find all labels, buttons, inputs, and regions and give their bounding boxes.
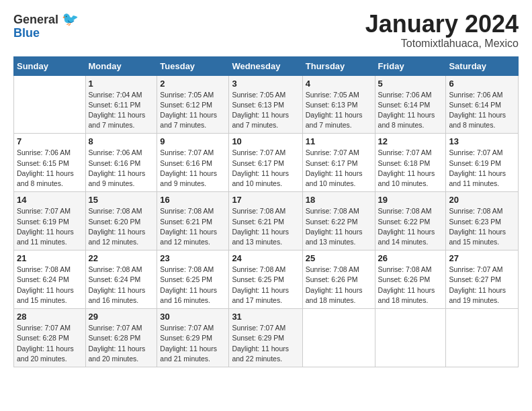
calendar-cell: 10Sunrise: 7:07 AMSunset: 6:17 PMDayligh… (229, 134, 302, 192)
day-info: Sunrise: 7:07 AMSunset: 6:19 PMDaylight:… (449, 148, 515, 189)
day-number: 7 (17, 136, 83, 146)
calendar-cell: 14Sunrise: 7:07 AMSunset: 6:19 PMDayligh… (14, 192, 86, 250)
day-info: Sunrise: 7:08 AMSunset: 6:26 PMDaylight:… (306, 265, 372, 306)
day-number: 19 (378, 195, 443, 205)
calendar-week-3: 14Sunrise: 7:07 AMSunset: 6:19 PMDayligh… (14, 192, 519, 250)
col-tuesday: Tuesday (157, 56, 229, 75)
calendar-cell: 18Sunrise: 7:08 AMSunset: 6:22 PMDayligh… (302, 192, 375, 250)
day-info: Sunrise: 7:07 AMSunset: 6:28 PMDaylight:… (17, 323, 83, 364)
col-friday: Friday (375, 56, 446, 75)
calendar-cell: 16Sunrise: 7:08 AMSunset: 6:21 PMDayligh… (157, 192, 229, 250)
day-info: Sunrise: 7:07 AMSunset: 6:19 PMDaylight:… (17, 206, 83, 247)
col-saturday: Saturday (446, 56, 519, 75)
day-number: 25 (306, 253, 372, 263)
calendar-cell: 13Sunrise: 7:07 AMSunset: 6:19 PMDayligh… (446, 134, 519, 192)
day-info: Sunrise: 7:08 AMSunset: 6:20 PMDaylight:… (89, 206, 154, 247)
calendar-cell: 20Sunrise: 7:08 AMSunset: 6:23 PMDayligh… (446, 192, 519, 250)
calendar-cell: 29Sunrise: 7:07 AMSunset: 6:28 PMDayligh… (85, 309, 157, 367)
day-number: 23 (160, 253, 226, 263)
calendar-cell: 5Sunrise: 7:06 AMSunset: 6:14 PMDaylight… (375, 75, 446, 134)
day-info: Sunrise: 7:08 AMSunset: 6:21 PMDaylight:… (160, 206, 226, 247)
day-number: 27 (449, 253, 515, 263)
day-number: 3 (232, 79, 299, 89)
day-number: 31 (232, 312, 299, 322)
calendar-cell: 17Sunrise: 7:08 AMSunset: 6:21 PMDayligh… (229, 192, 302, 250)
day-info: Sunrise: 7:06 AMSunset: 6:14 PMDaylight:… (378, 90, 443, 131)
logo-blue-text: Blue (13, 26, 40, 40)
col-thursday: Thursday (302, 56, 375, 75)
day-info: Sunrise: 7:08 AMSunset: 6:22 PMDaylight:… (306, 206, 372, 247)
calendar-cell: 1Sunrise: 7:04 AMSunset: 6:11 PMDaylight… (85, 75, 157, 134)
header-row: Sunday Monday Tuesday Wednesday Thursday… (14, 56, 519, 75)
calendar-table: Sunday Monday Tuesday Wednesday Thursday… (13, 56, 519, 367)
day-info: Sunrise: 7:08 AMSunset: 6:25 PMDaylight:… (160, 265, 226, 306)
calendar-cell: 2Sunrise: 7:05 AMSunset: 6:12 PMDaylight… (157, 75, 229, 134)
day-number: 15 (89, 195, 154, 205)
calendar-cell: 28Sunrise: 7:07 AMSunset: 6:28 PMDayligh… (14, 309, 86, 367)
calendar-cell: 27Sunrise: 7:07 AMSunset: 6:27 PMDayligh… (446, 250, 519, 309)
day-info: Sunrise: 7:07 AMSunset: 6:17 PMDaylight:… (306, 148, 372, 189)
calendar-cell: 21Sunrise: 7:08 AMSunset: 6:24 PMDayligh… (14, 250, 86, 309)
calendar-cell (302, 309, 375, 367)
day-number: 9 (160, 136, 226, 146)
day-info: Sunrise: 7:06 AMSunset: 6:15 PMDaylight:… (17, 148, 83, 189)
day-info: Sunrise: 7:07 AMSunset: 6:17 PMDaylight:… (232, 148, 299, 189)
col-wednesday: Wednesday (229, 56, 302, 75)
day-number: 28 (17, 312, 83, 322)
day-number: 21 (17, 253, 83, 263)
calendar-cell: 11Sunrise: 7:07 AMSunset: 6:17 PMDayligh… (302, 134, 375, 192)
title-block: January 2024 Totomixtlahuaca, Mexico (365, 11, 519, 50)
calendar-cell: 23Sunrise: 7:08 AMSunset: 6:25 PMDayligh… (157, 250, 229, 309)
day-number: 5 (378, 79, 443, 89)
day-info: Sunrise: 7:06 AMSunset: 6:14 PMDaylight:… (449, 90, 515, 131)
day-number: 10 (232, 136, 299, 146)
day-info: Sunrise: 7:07 AMSunset: 6:16 PMDaylight:… (160, 148, 226, 189)
col-sunday: Sunday (14, 56, 86, 75)
calendar-cell: 30Sunrise: 7:07 AMSunset: 6:29 PMDayligh… (157, 309, 229, 367)
calendar-cell: 12Sunrise: 7:07 AMSunset: 6:18 PMDayligh… (375, 134, 446, 192)
day-number: 18 (306, 195, 372, 205)
day-number: 1 (89, 79, 154, 89)
day-number: 4 (306, 79, 372, 89)
day-info: Sunrise: 7:08 AMSunset: 6:26 PMDaylight:… (378, 265, 443, 306)
calendar-cell: 19Sunrise: 7:08 AMSunset: 6:22 PMDayligh… (375, 192, 446, 250)
day-number: 22 (89, 253, 154, 263)
day-number: 30 (160, 312, 226, 322)
day-number: 13 (449, 136, 515, 146)
day-info: Sunrise: 7:08 AMSunset: 6:24 PMDaylight:… (89, 265, 154, 306)
calendar-cell: 3Sunrise: 7:05 AMSunset: 6:13 PMDaylight… (229, 75, 302, 134)
day-info: Sunrise: 7:07 AMSunset: 6:18 PMDaylight:… (378, 148, 443, 189)
day-number: 20 (449, 195, 515, 205)
calendar-cell: 4Sunrise: 7:05 AMSunset: 6:13 PMDaylight… (302, 75, 375, 134)
day-info: Sunrise: 7:08 AMSunset: 6:24 PMDaylight:… (17, 265, 83, 306)
day-number: 8 (89, 136, 154, 146)
calendar-week-5: 28Sunrise: 7:07 AMSunset: 6:28 PMDayligh… (14, 309, 519, 367)
day-info: Sunrise: 7:07 AMSunset: 6:29 PMDaylight:… (232, 323, 299, 364)
day-number: 14 (17, 195, 83, 205)
day-number: 26 (378, 253, 443, 263)
calendar-cell: 26Sunrise: 7:08 AMSunset: 6:26 PMDayligh… (375, 250, 446, 309)
day-info: Sunrise: 7:07 AMSunset: 6:28 PMDaylight:… (89, 323, 154, 364)
calendar-cell: 15Sunrise: 7:08 AMSunset: 6:20 PMDayligh… (85, 192, 157, 250)
day-info: Sunrise: 7:06 AMSunset: 6:16 PMDaylight:… (89, 148, 154, 189)
logo: General 🐦 Blue (13, 11, 79, 40)
calendar-week-4: 21Sunrise: 7:08 AMSunset: 6:24 PMDayligh… (14, 250, 519, 309)
calendar-week-1: 1Sunrise: 7:04 AMSunset: 6:11 PMDaylight… (14, 75, 519, 134)
logo-general-text: General (13, 13, 58, 26)
calendar-cell: 31Sunrise: 7:07 AMSunset: 6:29 PMDayligh… (229, 309, 302, 367)
calendar-cell (375, 309, 446, 367)
day-number: 16 (160, 195, 226, 205)
header: General 🐦 Blue January 2024 Totomixtlahu… (13, 11, 519, 50)
day-number: 2 (160, 79, 226, 89)
day-number: 12 (378, 136, 443, 146)
col-monday: Monday (85, 56, 157, 75)
calendar-week-2: 7Sunrise: 7:06 AMSunset: 6:15 PMDaylight… (14, 134, 519, 192)
logo-bird-icon: 🐦 (62, 11, 79, 26)
calendar-cell (446, 309, 519, 367)
calendar-cell: 9Sunrise: 7:07 AMSunset: 6:16 PMDaylight… (157, 134, 229, 192)
day-number: 29 (89, 312, 154, 322)
day-info: Sunrise: 7:08 AMSunset: 6:22 PMDaylight:… (378, 206, 443, 247)
calendar-location: Totomixtlahuaca, Mexico (365, 38, 519, 50)
calendar-cell: 7Sunrise: 7:06 AMSunset: 6:15 PMDaylight… (14, 134, 86, 192)
day-info: Sunrise: 7:07 AMSunset: 6:29 PMDaylight:… (160, 323, 226, 364)
